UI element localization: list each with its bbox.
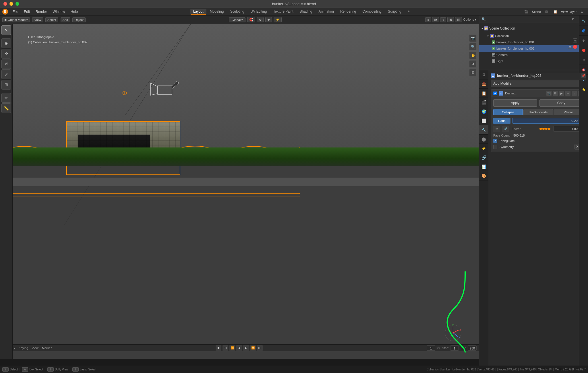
viewport-shading-rendered[interactable]: ○ — [440, 17, 446, 22]
menu-help[interactable]: Help — [68, 9, 80, 14]
right-tool-2[interactable]: 🌀 — [579, 26, 588, 36]
zoom-in-btn[interactable]: 🔍 — [469, 43, 477, 50]
tab-sculpting[interactable]: Sculpting — [227, 9, 247, 15]
tab-layout[interactable]: Layout — [190, 9, 206, 15]
modifier-expand-icon[interactable]: ↕ — [572, 91, 577, 96]
view-layer-options[interactable]: ⚙ — [578, 8, 586, 15]
tab-shading[interactable]: Shading — [297, 9, 315, 15]
object-menu[interactable]: Object — [72, 17, 86, 22]
tab-add[interactable]: + — [405, 9, 413, 15]
tool-measure[interactable]: 📏 — [1, 103, 11, 113]
right-tool-8[interactable]: ⭐ — [579, 85, 588, 94]
tool-transform[interactable]: ⊞ — [1, 80, 11, 90]
ratio-value[interactable]: 0.2000 — [512, 118, 583, 124]
modifier-realtime-icon[interactable]: ▶ — [559, 91, 564, 96]
jump-end-btn[interactable]: ⏭ — [257, 345, 263, 351]
modifier-camera-icon[interactable]: 📷 — [546, 91, 552, 96]
fullscreen-button[interactable] — [16, 2, 19, 6]
modifier-edit-icon[interactable]: ✏ — [565, 91, 570, 96]
restrict-render-002[interactable]: ⚙ — [568, 45, 572, 49]
tool-scale[interactable]: ⤢ — [1, 69, 11, 79]
tool-annotate[interactable]: ✏ — [1, 93, 11, 103]
menu-window[interactable]: Window — [50, 9, 67, 14]
viewport-area[interactable]: ▣ Object Mode ▾ View Select Add Object G… — [0, 15, 479, 359]
ratio-label-btn[interactable]: Ratio — [493, 118, 510, 124]
menu-render[interactable]: Render — [33, 9, 49, 14]
tool-rotate[interactable]: ↺ — [1, 59, 11, 69]
prop-tab-modifier[interactable]: 🔧 — [479, 125, 488, 135]
mirror-toggle[interactable]: ⚡ — [274, 17, 282, 22]
viewport-overlays[interactable]: ⊞ — [447, 17, 454, 22]
tool-cursor[interactable]: ⊕ — [1, 38, 11, 48]
viewport-shading-solid[interactable]: ● — [425, 17, 431, 22]
step-fwd-btn[interactable]: ⏩ — [250, 345, 256, 351]
mesh-item-002[interactable]: ▲ bunker_for-blender_hq.002 ⚙ ● 👁 — [479, 45, 588, 52]
prop-tab-object[interactable]: ⬜ — [479, 116, 488, 125]
tab-scripting[interactable]: Scripting — [385, 9, 404, 15]
grid-view-btn[interactable]: ⊞ — [469, 69, 477, 76]
restrict-render[interactable]: 📷 — [573, 38, 577, 42]
light-item[interactable]: ☀ Light 👁 — [479, 58, 588, 64]
global-space-select[interactable]: Global ▾ — [229, 17, 245, 22]
view-menu[interactable]: View — [32, 17, 43, 22]
prop-tab-constraints[interactable]: 🔗 — [479, 153, 488, 162]
right-tool-3[interactable]: ⚙ — [579, 36, 588, 45]
tab-animation[interactable]: Animation — [316, 9, 337, 15]
tab-rendering[interactable]: Rendering — [337, 9, 359, 15]
factor-toggle-icon[interactable]: ⇄ — [493, 126, 500, 132]
play-btn[interactable]: ▶ — [243, 345, 249, 351]
pin-properties[interactable]: 📌 — [581, 73, 586, 78]
close-button[interactable] — [3, 2, 7, 6]
current-frame-input[interactable]: 1 — [427, 345, 435, 351]
symmetry-checkbox[interactable] — [493, 145, 497, 149]
move-view-btn[interactable]: ✋ — [469, 52, 477, 59]
view-layer-icon[interactable]: 📋 — [552, 8, 559, 15]
prop-tab-particles[interactable]: ⬤ — [479, 135, 488, 144]
scene-selector-icon[interactable]: 🎬 — [523, 8, 530, 15]
right-tool-4[interactable]: 🔴 — [579, 46, 588, 55]
mesh-item-001[interactable]: ▲ bunker_for-blender_hq.001 📷 👁 — [479, 39, 588, 45]
viewport-xray[interactable]: ◫ — [455, 17, 462, 22]
viewport-shading-material[interactable]: ◑ — [432, 17, 439, 22]
modifier-render-icon[interactable]: 🖥 — [553, 91, 558, 96]
unsubdivide-mode-btn[interactable]: Un-Subdivide — [523, 109, 553, 115]
minimize-button[interactable] — [9, 2, 13, 6]
outliner-filter[interactable]: ▼ — [569, 15, 577, 23]
options-label[interactable]: Options ▾ — [463, 18, 477, 22]
tool-move[interactable]: ✛ — [1, 49, 11, 59]
end-frame-input[interactable]: 250 — [468, 345, 477, 351]
mode-select[interactable]: ▣ Object Mode ▾ — [2, 17, 30, 22]
keying-menu[interactable]: Keying — [19, 346, 28, 350]
camera-item[interactable]: 📷 Camera 👁 — [479, 52, 588, 58]
camera-view-btn[interactable]: 📷 — [469, 34, 477, 42]
prop-tab-render[interactable]: 🖥 — [479, 70, 488, 79]
tab-compositing[interactable]: Compositing — [359, 9, 384, 15]
add-modifier-button[interactable]: Add Modifier ▾ — [491, 80, 586, 87]
viewport-canvas[interactable]: User Orthographic (1) Collection | bunke… — [13, 24, 479, 359]
tool-select[interactable]: ↖ — [1, 25, 11, 35]
start-frame-input[interactable]: 1 — [450, 345, 459, 351]
prop-tab-data[interactable]: 📊 — [479, 162, 488, 171]
tab-texture-paint[interactable]: Texture Paint — [270, 9, 296, 15]
copy-button[interactable]: Copy — [539, 99, 583, 107]
rotate-view-btn[interactable]: ↺ — [469, 60, 477, 68]
prop-tab-material[interactable]: 🎨 — [479, 171, 488, 180]
play-back-btn[interactable]: ◀ — [236, 345, 242, 351]
step-back-btn[interactable]: ⏪ — [229, 345, 235, 351]
render-engine-icon[interactable]: 🖥 — [543, 8, 550, 15]
right-tool-1[interactable]: 🔧 — [579, 17, 588, 26]
select-menu[interactable]: Select — [45, 17, 58, 22]
transform-pivot[interactable]: ⊕ — [265, 17, 272, 22]
record-btn[interactable]: ⏺ — [216, 345, 221, 351]
apply-button[interactable]: Apply — [493, 99, 537, 107]
menu-edit[interactable]: Edit — [22, 9, 32, 14]
prop-tab-physics[interactable]: ⚡ — [479, 144, 488, 153]
tab-uv-editing[interactable]: UV Editing — [248, 9, 270, 15]
prop-tab-view-layer[interactable]: 📋 — [479, 89, 488, 98]
collection-name[interactable]: Collection — [495, 34, 509, 38]
marker-menu[interactable]: Marker — [42, 346, 52, 350]
jump-start-btn[interactable]: ⏮ — [223, 345, 228, 351]
view-menu[interactable]: View — [32, 346, 38, 350]
factor-link-icon[interactable]: 🔗 — [502, 126, 509, 132]
right-tool-5[interactable]: ⊞ — [579, 56, 588, 65]
